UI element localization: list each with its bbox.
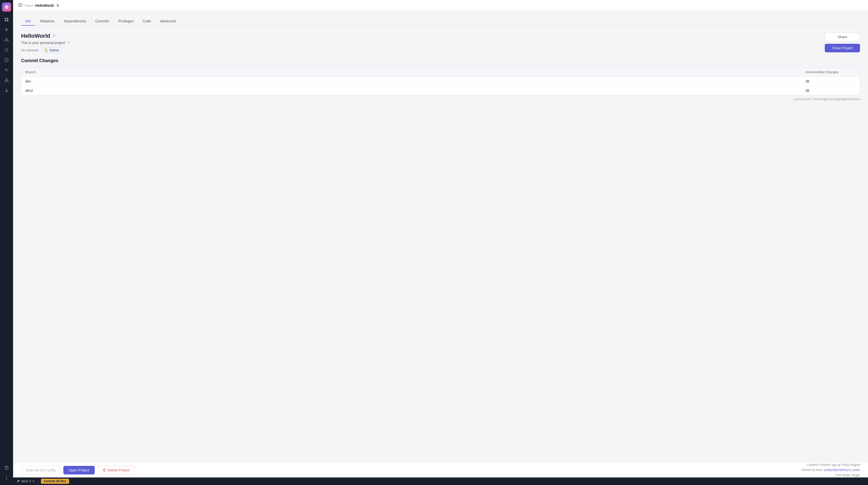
uncommitted-header: Uncommitted Changes bbox=[805, 70, 856, 74]
project-header: HelloWorld This is your personal project… bbox=[21, 33, 860, 53]
delete-project-button[interactable]: Delete Project bbox=[98, 466, 134, 475]
branch-count: 0 bbox=[29, 480, 31, 483]
svg-point-21 bbox=[19, 480, 20, 481]
tab-info[interactable]: Info bbox=[21, 17, 35, 26]
graph-icon[interactable] bbox=[2, 35, 11, 44]
tab-advanced[interactable]: Advanced bbox=[156, 17, 180, 26]
owned-by-meta: Owned by team: poojas@prophecy.io_team bbox=[801, 467, 860, 473]
project-info: HelloWorld This is your personal project… bbox=[21, 33, 70, 53]
branch-dev2: dev2 bbox=[25, 89, 805, 92]
bottom-meta: Created 4 months ago by Pooja Singhal Ow… bbox=[801, 462, 860, 478]
svg-point-16 bbox=[6, 478, 7, 479]
svg-point-15 bbox=[6, 477, 7, 477]
commit-table-header: Branch Uncommitted Changes bbox=[21, 68, 860, 77]
tabs-bar: Info Relations Dependencies Commits Priv… bbox=[21, 17, 860, 26]
svg-point-10 bbox=[6, 78, 7, 79]
plus-icon[interactable] bbox=[2, 25, 11, 34]
python-badge: 🐍 Python bbox=[41, 47, 62, 53]
home-icon[interactable] bbox=[2, 15, 11, 24]
svg-rect-5 bbox=[7, 20, 8, 21]
bottom-actions: External Git Config Open Project Delete … bbox=[21, 466, 134, 475]
clock-icon[interactable] bbox=[2, 55, 11, 64]
statusbar-branch: dev2 0 bbox=[17, 480, 35, 483]
python-icon: 🐍 bbox=[44, 48, 48, 52]
branch-name: dev2 bbox=[21, 480, 28, 483]
fork-mode-meta: Fork Mode: Single bbox=[801, 473, 860, 478]
svg-point-8 bbox=[7, 40, 8, 41]
topbar-project-name: HelloWorld bbox=[35, 3, 54, 7]
commit-changes-section: Commit Changes Branch Uncommitted Change… bbox=[21, 58, 860, 101]
uncommitted-dev2: 36 bbox=[805, 89, 856, 92]
topbar-project-label: Project bbox=[25, 4, 33, 7]
activity-icon[interactable] bbox=[2, 65, 11, 75]
svg-point-17 bbox=[6, 479, 7, 480]
topbar-project-icon bbox=[18, 3, 23, 8]
svg-rect-2 bbox=[5, 18, 6, 19]
download-icon[interactable] bbox=[2, 86, 11, 94]
gem-icon[interactable] bbox=[2, 45, 11, 54]
main-area: Project HelloWorld 🖱 Info Relations Depe… bbox=[13, 0, 868, 485]
arrow-down-icon bbox=[32, 480, 35, 483]
trash-icon bbox=[102, 468, 106, 472]
more-icon[interactable] bbox=[2, 474, 11, 483]
commit-footer: Last commit 1 month ago by poojas@prophe… bbox=[21, 97, 860, 101]
svg-point-20 bbox=[18, 482, 18, 483]
statusbar: dev2 0 Commit 36 files bbox=[13, 478, 868, 485]
team-link[interactable]: poojas@prophecy.io_team bbox=[824, 468, 860, 472]
tab-relations[interactable]: Relations bbox=[36, 17, 59, 26]
action-buttons: Share Clone Project bbox=[825, 33, 860, 52]
tab-privileges[interactable]: Privileges bbox=[114, 17, 137, 26]
page-content: Info Relations Dependencies Commits Priv… bbox=[13, 11, 868, 462]
python-label: Python bbox=[50, 49, 59, 52]
tab-commits[interactable]: Commits bbox=[91, 17, 113, 26]
svg-point-19 bbox=[18, 480, 18, 481]
external-git-config-button[interactable]: External Git Config bbox=[21, 466, 60, 475]
app-logo[interactable] bbox=[2, 2, 11, 11]
commit-changes-title: Commit Changes bbox=[21, 58, 860, 63]
network-icon[interactable] bbox=[2, 76, 11, 85]
no-releases-label: No releases bbox=[21, 48, 38, 52]
commit-table: Branch Uncommitted Changes dev 36 dev2 3… bbox=[21, 67, 860, 95]
sidebar bbox=[0, 0, 13, 485]
open-project-button[interactable]: Open Project bbox=[63, 466, 95, 475]
project-meta-row: No releases 🐍 Python bbox=[21, 47, 70, 53]
svg-point-7 bbox=[5, 40, 6, 41]
tab-code[interactable]: Code bbox=[138, 17, 155, 26]
project-desc-row: This is your personal project bbox=[21, 41, 70, 45]
bottom-bar: External Git Config Open Project Delete … bbox=[13, 462, 868, 478]
table-row: dev2 36 bbox=[21, 86, 860, 95]
table-row: dev 36 bbox=[21, 77, 860, 86]
delete-project-label: Delete Project bbox=[107, 468, 130, 472]
commit-files-button[interactable]: Commit 36 files bbox=[41, 479, 69, 484]
help-icon[interactable] bbox=[2, 463, 11, 473]
svg-rect-3 bbox=[7, 18, 8, 19]
tab-dependencies[interactable]: Dependencies bbox=[60, 17, 90, 26]
svg-rect-4 bbox=[5, 20, 6, 21]
svg-point-1 bbox=[6, 6, 7, 8]
svg-rect-18 bbox=[19, 3, 22, 6]
project-name: HelloWorld bbox=[21, 33, 50, 39]
uncommitted-dev: 36 bbox=[805, 79, 856, 83]
svg-point-11 bbox=[5, 81, 6, 82]
svg-point-12 bbox=[7, 81, 8, 82]
statusbar-separator bbox=[38, 479, 38, 484]
clone-project-button[interactable]: Clone Project bbox=[825, 44, 860, 52]
edit-description-icon[interactable] bbox=[67, 41, 70, 45]
branch-icon bbox=[17, 480, 20, 483]
svg-point-14 bbox=[6, 469, 7, 469]
project-description: This is your personal project bbox=[21, 41, 65, 45]
edit-project-name-icon[interactable] bbox=[52, 34, 56, 38]
svg-point-6 bbox=[6, 38, 7, 39]
topbar: Project HelloWorld 🖱 bbox=[13, 0, 868, 11]
share-button[interactable]: Share bbox=[825, 33, 860, 41]
branch-header: Branch bbox=[25, 70, 805, 74]
branch-dev: dev bbox=[25, 79, 805, 83]
created-meta: Created 4 months ago by Pooja Singhal bbox=[801, 462, 860, 467]
project-name-row: HelloWorld bbox=[21, 33, 70, 39]
cursor-icon: 🖱 bbox=[56, 3, 60, 8]
